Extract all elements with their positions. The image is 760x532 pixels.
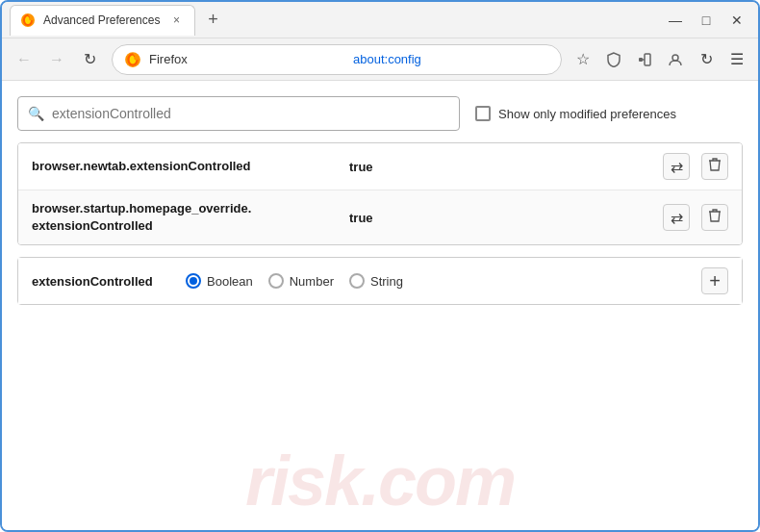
bookmark-icon[interactable]: ☆: [570, 46, 596, 73]
radio-boolean-label: Boolean: [207, 274, 253, 289]
back-button[interactable]: ←: [10, 45, 38, 74]
title-bar: Advanced Preferences × + — □ ✕: [2, 2, 758, 38]
show-modified-checkbox[interactable]: [475, 106, 491, 121]
show-modified-label: Show only modified preferences: [498, 107, 676, 121]
radio-options: Boolean Number String: [186, 273, 403, 289]
pref-name-2: browser.startup.homepage_override. exten…: [32, 200, 349, 235]
arrows-icon-1: ⇄: [671, 158, 683, 176]
pref-row-1: browser.newtab.extensionControlled true …: [18, 143, 742, 190]
window-controls: — □ ✕: [662, 11, 750, 30]
toggle-button-2[interactable]: ⇄: [663, 204, 690, 231]
extension-icon[interactable]: [631, 46, 658, 73]
forward-button[interactable]: →: [42, 45, 71, 74]
radio-string-circle: [349, 273, 365, 289]
sync-icon[interactable]: ↻: [693, 46, 720, 73]
radio-boolean-circle: [186, 273, 201, 289]
arrows-icon-2: ⇄: [671, 209, 683, 227]
tab-close-button[interactable]: ×: [167, 12, 185, 29]
tab-favicon: [20, 13, 36, 28]
nav-bar: ← → ↻ Firefox about:config ☆: [2, 38, 758, 81]
svg-rect-3: [645, 54, 650, 65]
pref-actions-2: ⇄: [663, 204, 728, 231]
browser-tab[interactable]: Advanced Preferences ×: [10, 5, 195, 36]
pref-name-1: browser.newtab.extensionControlled: [32, 158, 349, 175]
minimize-button[interactable]: —: [662, 11, 689, 30]
account-icon[interactable]: [662, 46, 689, 73]
radio-string-label: String: [370, 274, 403, 289]
delete-button-1[interactable]: [701, 153, 728, 180]
new-pref-name: extensionControlled: [32, 274, 166, 289]
radio-number-circle: [268, 273, 284, 289]
browser-window: Advanced Preferences × + — □ ✕ ← → ↻ Fir…: [0, 0, 760, 532]
menu-icon[interactable]: ☰: [723, 46, 750, 73]
pref-value-1: true: [349, 160, 663, 174]
pref-value-2: true: [349, 211, 663, 225]
browser-name: Firefox: [149, 52, 345, 66]
toggle-button-1[interactable]: ⇄: [663, 153, 690, 180]
radio-string[interactable]: String: [349, 273, 403, 289]
firefox-logo-icon: [124, 51, 141, 68]
svg-point-4: [672, 55, 678, 61]
radio-boolean[interactable]: Boolean: [186, 273, 253, 289]
address-bar[interactable]: Firefox about:config: [112, 44, 562, 75]
address-url: about:config: [353, 52, 549, 66]
trash-icon-1: [708, 157, 722, 176]
search-icon: 🔍: [28, 106, 44, 121]
search-box[interactable]: 🔍 extensionControlled: [17, 96, 460, 131]
pref-name-2-line1: browser.startup.homepage_override.: [32, 201, 251, 215]
pref-row-2: browser.startup.homepage_override. exten…: [18, 190, 742, 244]
preferences-table: browser.newtab.extensionControlled true …: [17, 142, 743, 245]
svg-rect-2: [639, 58, 643, 62]
maximize-button[interactable]: □: [693, 11, 720, 30]
nav-icons-right: ☆ ↻ ☰: [570, 46, 750, 73]
pref-name-2-line2: extensionControlled: [32, 218, 153, 233]
show-modified-wrap[interactable]: Show only modified preferences: [475, 106, 676, 121]
trash-icon-2: [708, 208, 722, 227]
new-pref-row: extensionControlled Boolean Number Strin…: [18, 258, 742, 304]
tab-title: Advanced Preferences: [43, 13, 160, 27]
radio-number-label: Number: [290, 274, 334, 289]
close-button[interactable]: ✕: [723, 11, 750, 30]
search-input[interactable]: extensionControlled: [52, 106, 449, 121]
shield-icon[interactable]: [600, 46, 627, 73]
search-row: 🔍 extensionControlled Show only modified…: [17, 96, 743, 131]
watermark: risk.com: [245, 442, 515, 520]
new-preference-section: extensionControlled Boolean Number Strin…: [17, 257, 743, 305]
add-preference-button[interactable]: +: [701, 267, 728, 294]
radio-number[interactable]: Number: [268, 273, 334, 289]
reload-button[interactable]: ↻: [75, 45, 104, 74]
content-area: risk.com 🔍 extensionControlled Show only…: [2, 81, 758, 530]
delete-button-2[interactable]: [701, 204, 728, 231]
pref-actions-1: ⇄: [663, 153, 728, 180]
new-tab-button[interactable]: +: [199, 7, 226, 34]
